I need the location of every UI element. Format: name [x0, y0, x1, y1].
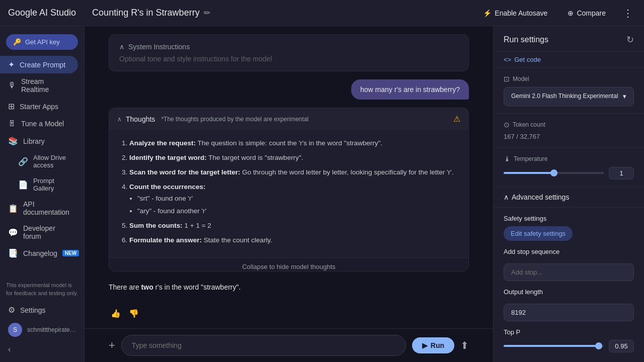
system-instructions-title: System Instructions — [128, 43, 190, 51]
sidebar-item-changelog[interactable]: 📑 Changelog NEW — [0, 244, 78, 262]
token-count-label: ⊙ Token count — [504, 121, 634, 129]
chat-input[interactable] — [121, 335, 406, 356]
thumbup-button[interactable]: 👍 — [109, 307, 123, 320]
chat-area: ∧ System Instructions Optional tone and … — [85, 26, 493, 328]
compare-button[interactable]: ⊕ Compare — [561, 6, 612, 20]
model-dropdown-icon: ▾ — [623, 93, 626, 100]
temperature-slider-thumb[interactable] — [550, 169, 557, 176]
autosave-icon: ⚡ — [483, 9, 492, 17]
top-p-slider-row: 0.95 — [504, 340, 634, 352]
safety-title: Safety settings — [504, 215, 634, 222]
tune-icon: 🎚 — [8, 119, 16, 128]
run-settings-header: Run settings ↻ — [494, 26, 644, 52]
temperature-slider-row: 1 — [504, 167, 634, 179]
edit-safety-button[interactable]: Edit safety settings — [504, 226, 573, 241]
model-label: Model — [513, 75, 529, 82]
changelog-icon: 📑 — [8, 248, 18, 258]
stop-sequence-label: Add stop sequence — [504, 248, 634, 255]
thought-item-6: Formulate the answer: State the count cl… — [129, 235, 458, 246]
code-icon: <> — [504, 56, 511, 63]
sidebar-item-create-prompt[interactable]: ✦ Create Prompt — [0, 56, 78, 73]
gallery-icon: 📄 — [18, 180, 28, 190]
sidebar-item-label: Starter Apps — [20, 103, 58, 111]
sidebar-user[interactable]: S schmittthepirate0rdoft... — [0, 319, 84, 341]
user-message-bubble: how many r's are in strawberry? — [351, 79, 469, 100]
temperature-section: 🌡 Temperature 1 — [494, 148, 644, 187]
thought-bold-6: Formulate the answer: — [129, 236, 202, 244]
thoughts-subtitle: *The thoughts produced by the model are … — [161, 116, 308, 123]
apps-icon: ⊞ — [8, 102, 15, 111]
thought-item-1: Analyze the request: The question is sim… — [129, 138, 458, 149]
sidebar-item-label: Tune a Model — [21, 120, 64, 128]
model-selector[interactable]: Gemini 2.0 Flash Thinking Experimental ▾ — [504, 87, 634, 106]
forum-icon: 💬 — [8, 228, 18, 237]
sidebar-item-label: Library — [23, 137, 45, 145]
system-instructions-header[interactable]: ∧ System Instructions — [119, 43, 458, 51]
model-selected: Gemini 2.0 Flash Thinking Experimental — [511, 93, 618, 101]
edit-title-icon[interactable]: ✏ — [204, 8, 210, 18]
thoughts-header[interactable]: ∧ Thoughts *The thoughts produced by the… — [109, 108, 468, 130]
top-p-label: Top P — [504, 328, 634, 336]
sidebar-item-library[interactable]: 📚 Library — [0, 132, 78, 150]
topbar-menu-button[interactable]: ⋮ — [620, 4, 636, 22]
sidebar-item-starter-apps[interactable]: ⊞ Starter Apps — [0, 98, 78, 115]
collapse-icon: ∧ — [119, 43, 124, 51]
top-p-slider[interactable] — [504, 345, 604, 347]
thumbdown-button[interactable]: 👎 — [127, 307, 141, 320]
response-text-after: r's in the word "strawberry". — [153, 283, 241, 291]
response-text-before: There are — [109, 283, 141, 291]
content-area: ∧ System Instructions Optional tone and … — [85, 26, 493, 362]
sidebar-collapse-button[interactable]: ‹ — [0, 341, 84, 358]
sidebar-item-label: Developer forum — [23, 224, 70, 240]
top-p-value: 0.95 — [609, 340, 634, 352]
response-actions: 👍 👎 — [109, 307, 469, 320]
temperature-value: 1 — [609, 167, 634, 179]
system-instructions-placeholder[interactable]: Optional tone and style instructions for… — [119, 55, 458, 63]
sidebar-item-dev-forum[interactable]: 💬 Developer forum — [0, 220, 78, 244]
prompt-title: Counting R's in Strawberry — [92, 8, 200, 18]
thought-text-6: State the count clearly. — [204, 236, 272, 244]
thoughts-warning-icon: ⚠ — [453, 114, 460, 124]
sidebar-item-allow-drive[interactable]: 🔗 Allow Drive access — [0, 150, 78, 173]
sidebar-item-stream-realtime[interactable]: 🎙 Stream Realtime — [0, 73, 78, 98]
top-p-slider-thumb[interactable] — [595, 342, 602, 349]
thought-item-4: Count the occurrences: "srt" - found one… — [129, 182, 458, 217]
input-share-button[interactable]: ⬆ — [460, 339, 469, 351]
model-section-label: ⊡ Model — [504, 75, 634, 83]
sidebar-item-prompt-gallery[interactable]: 📄 Prompt Gallery — [0, 173, 78, 196]
temp-icon: 🌡 — [504, 155, 511, 163]
temperature-slider[interactable] — [504, 172, 604, 174]
thought-item-5: Sum the counts: 1 + 1 = 2 — [129, 220, 458, 232]
stop-sequence-input[interactable] — [504, 263, 634, 281]
temperature-slider-fill — [504, 172, 554, 174]
advanced-chevron: ∧ — [504, 193, 509, 201]
advanced-settings-header[interactable]: ∧ Advanced settings — [494, 187, 644, 208]
get-api-key-button[interactable]: 🔑 Get API key — [6, 34, 78, 50]
run-button[interactable]: ▶ Run — [412, 337, 454, 353]
refresh-button[interactable]: ↻ — [626, 34, 634, 45]
settings-label: Settings — [20, 306, 46, 314]
get-code-link[interactable]: <> Get code — [494, 52, 644, 68]
sidebar-item-tune-model[interactable]: 🎚 Tune a Model — [0, 115, 78, 132]
drive-icon: 🔗 — [18, 157, 28, 166]
autosave-button[interactable]: ⚡ Enable Autosave — [477, 6, 553, 20]
stream-icon: 🎙 — [8, 81, 16, 90]
safety-settings-block: Safety settings Edit safety settings — [504, 215, 634, 241]
thought-text-5: 1 + 1 = 2 — [185, 222, 211, 229]
thoughts-collapse-button[interactable]: Collapse to hide model thoughts — [109, 257, 468, 272]
compare-icon: ⊕ — [568, 9, 574, 17]
main-layout: 🔑 Get API key ✦ Create Prompt 🎙 Stream R… — [0, 26, 644, 362]
sidebar-item-api-docs[interactable]: 📋 API documentation — [0, 196, 78, 220]
stop-sequence-block: Add stop sequence — [504, 248, 634, 281]
thought-bold-1: Analyze the request: — [129, 139, 196, 147]
run-label: Run — [431, 341, 444, 349]
sidebar-item-label: API documentation — [23, 200, 70, 216]
thought-item-2: Identify the target word: The target wor… — [129, 152, 458, 164]
output-length-input[interactable] — [504, 304, 634, 321]
sidebar-item-settings[interactable]: ⚙ Settings — [0, 301, 84, 319]
key-icon: 🔑 — [13, 38, 21, 46]
sidebar-item-label: Changelog — [23, 249, 57, 257]
get-code-label: Get code — [514, 56, 541, 63]
input-add-button[interactable]: + — [109, 339, 115, 352]
topbar: Google AI Studio Counting R's in Strawbe… — [0, 0, 644, 26]
